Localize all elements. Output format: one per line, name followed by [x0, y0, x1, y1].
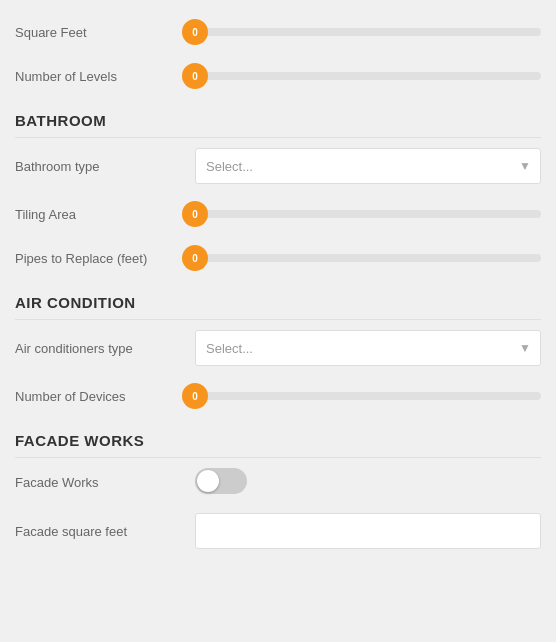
tiling-area-label: Tiling Area: [15, 207, 195, 222]
square-feet-label: Square Feet: [15, 25, 195, 40]
number-of-levels-track: 0: [195, 72, 541, 80]
facade-works-label: Facade Works: [15, 475, 195, 490]
air-conditioners-type-select[interactable]: Select...: [195, 330, 541, 366]
tiling-area-track: 0: [195, 210, 541, 218]
facade-square-feet-row: Facade square feet: [15, 505, 541, 557]
facade-square-feet-input[interactable]: [195, 513, 541, 549]
facade-works-toggle-knob: [197, 470, 219, 492]
square-feet-slider-container: 0: [195, 28, 541, 36]
number-of-devices-slider-container: 0: [195, 392, 541, 400]
pipes-to-replace-slider-container: 0: [195, 254, 541, 262]
tiling-area-thumb[interactable]: 0: [182, 201, 208, 227]
number-of-levels-thumb[interactable]: 0: [182, 63, 208, 89]
number-of-devices-row: Number of Devices 0: [15, 374, 541, 418]
air-conditioners-type-select-container: Select... ▼: [195, 330, 541, 366]
bathroom-type-select[interactable]: Select...: [195, 148, 541, 184]
air-conditioners-type-row: Air conditioners type Select... ▼: [15, 322, 541, 374]
tiling-area-slider-container: 0: [195, 210, 541, 218]
square-feet-row: Square Feet 0: [15, 10, 541, 54]
tiling-area-row: Tiling Area 0: [15, 192, 541, 236]
air-conditioners-type-label: Air conditioners type: [15, 341, 195, 356]
number-of-devices-thumb[interactable]: 0: [182, 383, 208, 409]
pipes-to-replace-label: Pipes to Replace (feet): [15, 251, 195, 266]
square-feet-thumb[interactable]: 0: [182, 19, 208, 45]
number-of-devices-track: 0: [195, 392, 541, 400]
bathroom-type-row: Bathroom type Select... ▼: [15, 140, 541, 192]
number-of-levels-row: Number of Levels 0: [15, 54, 541, 98]
facade-works-section-heading: FACADE WORKS: [15, 418, 541, 455]
number-of-devices-label: Number of Devices: [15, 389, 195, 404]
bathroom-type-label: Bathroom type: [15, 159, 195, 174]
facade-square-feet-label: Facade square feet: [15, 524, 195, 539]
bathroom-section-heading: BATHROOM: [15, 98, 541, 135]
facade-works-toggle-container: [195, 468, 541, 497]
pipes-to-replace-thumb[interactable]: 0: [182, 245, 208, 271]
number-of-levels-label: Number of Levels: [15, 69, 195, 84]
facade-works-toggle[interactable]: [195, 468, 247, 494]
pipes-to-replace-row: Pipes to Replace (feet) 0: [15, 236, 541, 280]
square-feet-track: 0: [195, 28, 541, 36]
number-of-levels-slider-container: 0: [195, 72, 541, 80]
bathroom-type-select-container: Select... ▼: [195, 148, 541, 184]
air-condition-section-heading: AIR CONDITION: [15, 280, 541, 317]
facade-works-row: Facade Works: [15, 460, 541, 505]
pipes-to-replace-track: 0: [195, 254, 541, 262]
